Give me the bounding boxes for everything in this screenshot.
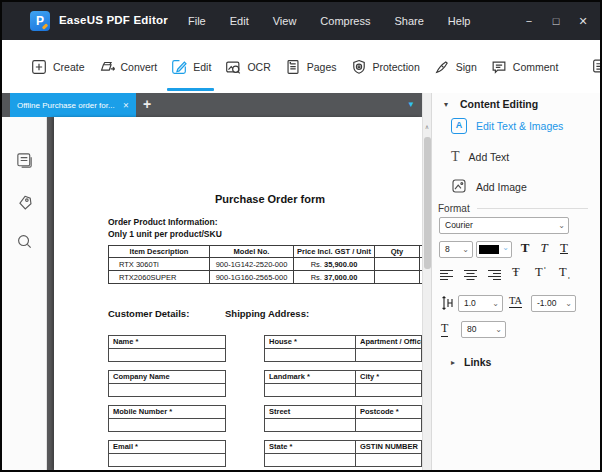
field-input[interactable] [356, 454, 421, 466]
tab-offline-purchase-order[interactable]: Offline Purchase order for... ✕ [10, 93, 136, 117]
align-center-button[interactable] [463, 267, 481, 283]
form-field-mobile: Mobile Number * [108, 405, 226, 432]
document-canvas: Purchase Order form Order Product Inform… [47, 117, 422, 470]
field-input[interactable] [356, 384, 421, 396]
character-spacing-icon: TA [509, 295, 522, 308]
add-image-item[interactable]: Add Image [451, 178, 527, 196]
new-tab-button[interactable]: + [143, 96, 151, 112]
convert-button[interactable]: Convert [98, 58, 158, 76]
strikethrough-button[interactable]: Ŧ [512, 265, 520, 280]
horizontal-scale-select[interactable]: 80 ⌄ [461, 321, 506, 338]
search-icon[interactable] [15, 232, 34, 255]
protection-button[interactable]: Protection [350, 58, 420, 76]
align-right-button[interactable] [487, 267, 505, 283]
convert-export-icon [98, 58, 116, 76]
forms-icon [591, 57, 600, 75]
add-text-item[interactable]: T Add Text [451, 150, 509, 164]
table-row: RTX 3060Ti 900-1G142-2520-000 Rs. 35,900… [109, 258, 423, 271]
underline-button[interactable]: T [556, 240, 572, 256]
pdf-page[interactable]: Purchase Order form Order Product Inform… [54, 117, 422, 470]
content-editing-header[interactable]: Content Editing [460, 98, 538, 110]
menu-file[interactable]: File [188, 15, 206, 27]
tag-bookmark-icon[interactable] [15, 193, 34, 216]
app-window: P EaseUS PDF Editor File Edit View Compr… [0, 0, 602, 472]
font-color-select[interactable]: ⌄ [476, 241, 512, 258]
menu-help[interactable]: Help [448, 15, 471, 27]
pages-button[interactable]: Pages [284, 58, 337, 76]
form-field-company: Company Name [108, 370, 226, 397]
form-field-landmark-city: Landmark * City * [264, 370, 422, 397]
form-field-house-apartment: House * Apartment / Office [264, 335, 422, 362]
create-button[interactable]: Create [30, 58, 85, 76]
tab-close-icon[interactable]: ✕ [123, 101, 129, 110]
field-input[interactable] [109, 384, 225, 396]
field-input[interactable] [356, 349, 421, 361]
field-input[interactable] [265, 454, 356, 466]
line-spacing-select[interactable]: 1.0 ⌄ [458, 295, 503, 312]
product-table: Item Description Model No. Price Incl. G… [108, 245, 422, 284]
sign-pen-icon [433, 58, 451, 76]
field-input[interactable] [109, 419, 225, 431]
app-logo-icon: P [30, 11, 50, 31]
font-family-select[interactable]: Courier ⌄ [439, 217, 569, 234]
minimize-icon[interactable]: − [522, 15, 536, 27]
tab-list-dropdown-icon[interactable]: ▼ [407, 100, 415, 109]
menu-compress[interactable]: Compress [320, 15, 370, 27]
doc-info-line: Order Product Information: [108, 217, 218, 227]
edit-button[interactable]: Edit [170, 58, 211, 76]
align-left-button[interactable] [439, 267, 457, 283]
doc-title: Purchase Order form [150, 193, 390, 205]
collapse-caret-icon[interactable]: ▾ [444, 100, 448, 109]
menu-view[interactable]: View [273, 15, 297, 27]
horizontal-scale-icon: T [441, 321, 448, 337]
bold-button[interactable]: T [517, 240, 533, 256]
plus-square-icon [30, 58, 48, 76]
font-size-select[interactable]: 8 ⌄ [439, 241, 473, 258]
page-thumbnails-icon[interactable] [15, 151, 34, 174]
edit-text-images-item[interactable]: A Edit Text & Images [451, 118, 563, 134]
menu-share[interactable]: Share [394, 15, 423, 27]
field-input[interactable] [265, 349, 356, 361]
format-section-header: Format [438, 203, 588, 214]
italic-button[interactable]: T [536, 240, 552, 256]
sign-button[interactable]: Sign [433, 58, 477, 76]
field-input[interactable] [109, 454, 225, 466]
menu-edit[interactable]: Edit [230, 15, 249, 27]
color-swatch [479, 245, 499, 254]
add-text-icon: T [451, 150, 460, 164]
edit-text-icon: A [451, 118, 467, 134]
app-title: EaseUS PDF Editor [59, 14, 168, 26]
field-input[interactable] [265, 419, 356, 431]
left-sidebar [2, 117, 47, 470]
maximize-icon[interactable]: □ [549, 15, 563, 27]
form-field-street-postcode: Street Postcode * [264, 405, 422, 432]
ocr-button[interactable]: OCR [224, 58, 270, 76]
comment-bubble-icon [490, 58, 508, 76]
forms-button-partial[interactable] [591, 57, 600, 75]
main-toolbar: Create Convert Edit OC [2, 40, 600, 93]
field-input[interactable] [109, 349, 225, 361]
field-input[interactable] [265, 384, 356, 396]
doc-info-line: Only 1 unit per product/SKU [108, 229, 222, 239]
superscript-button[interactable]: Tˈ [535, 265, 547, 280]
table-row: RTX2060SUPER 900-1G160-2565-000 Rs. 37,0… [109, 271, 423, 284]
divider [477, 208, 588, 209]
title-bar: P EaseUS PDF Editor File Edit View Compr… [2, 2, 600, 40]
field-input[interactable] [356, 419, 421, 431]
pages-document-icon [284, 58, 302, 76]
window-controls: − □ ✕ [522, 2, 590, 40]
links-section-header[interactable]: ▸ Links [451, 356, 491, 368]
chevron-down-icon: ⌄ [558, 218, 565, 233]
close-icon[interactable]: ✕ [576, 15, 590, 28]
character-spacing-select[interactable]: -1.00 ⌄ [531, 295, 576, 312]
menu-bar: File Edit View Compress Share Help [188, 2, 470, 40]
comment-button[interactable]: Comment [490, 58, 559, 76]
chevron-down-icon: ⌄ [565, 296, 572, 311]
edit-pencil-icon [170, 58, 188, 76]
form-field-email: Email * [108, 440, 226, 467]
form-field-name: Name * [108, 335, 226, 362]
ocr-image-magnifier-icon [224, 58, 242, 76]
chevron-down-icon: ⌄ [502, 243, 509, 252]
chevron-down-icon: ⌄ [492, 296, 499, 311]
subscript-button[interactable]: Tˌ [559, 265, 571, 280]
